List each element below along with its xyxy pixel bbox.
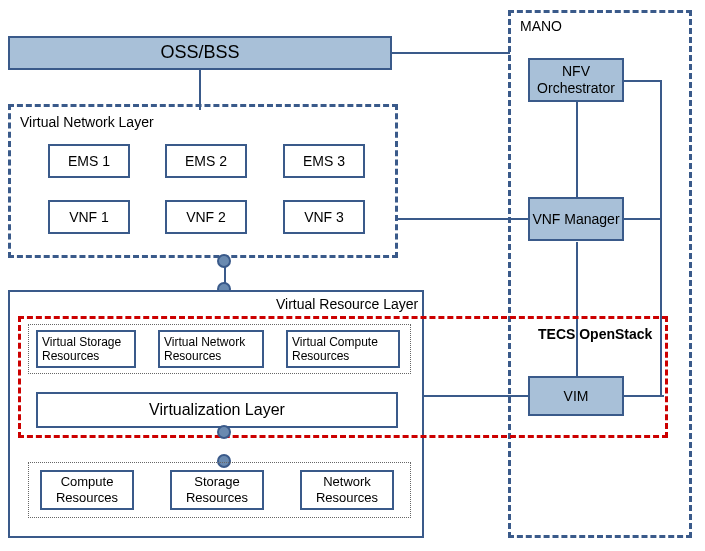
virt-storage-res-label: Virtual Storage Resources: [42, 335, 134, 364]
connector-circle: [217, 254, 231, 268]
mano-label: MANO: [520, 18, 562, 34]
ems-3: EMS 3: [283, 144, 365, 178]
network-res-label: Network Resources: [302, 474, 392, 505]
virt-storage-res: Virtual Storage Resources: [36, 330, 136, 368]
compute-res-label: Compute Resources: [42, 474, 132, 505]
virt-network-res-label: Virtual Network Resources: [164, 335, 262, 364]
ems-2-label: EMS 2: [185, 153, 227, 170]
vrl-label: Virtual Resource Layer: [276, 296, 418, 312]
vnf-3-label: VNF 3: [304, 209, 344, 226]
storage-res-label: Storage Resources: [172, 474, 262, 505]
vim: VIM: [528, 376, 624, 416]
oss-bss-label: OSS/BSS: [160, 42, 239, 64]
storage-res: Storage Resources: [170, 470, 264, 510]
ems-3-label: EMS 3: [303, 153, 345, 170]
network-res: Network Resources: [300, 470, 394, 510]
nfv-orchestrator: NFV Orchestrator: [528, 58, 624, 102]
vnf-3: VNF 3: [283, 200, 365, 234]
vim-label: VIM: [564, 388, 589, 405]
tecs-label: TECS OpenStack: [538, 326, 652, 342]
nfv-orchestrator-label: NFV Orchestrator: [530, 63, 622, 97]
vnf-2: VNF 2: [165, 200, 247, 234]
vnf-manager: VNF Manager: [528, 197, 624, 241]
compute-res: Compute Resources: [40, 470, 134, 510]
ems-1: EMS 1: [48, 144, 130, 178]
connector-circle: [217, 425, 231, 439]
vnf-1: VNF 1: [48, 200, 130, 234]
ems-2: EMS 2: [165, 144, 247, 178]
virtualization-layer-label: Virtualization Layer: [149, 400, 285, 419]
vnl-label: Virtual Network Layer: [20, 114, 154, 130]
vnf-1-label: VNF 1: [69, 209, 109, 226]
virtualization-layer: Virtualization Layer: [36, 392, 398, 428]
line-oss-mano: [392, 52, 510, 54]
vnf-manager-label: VNF Manager: [532, 211, 619, 228]
virt-compute-res: Virtual Compute Resources: [286, 330, 400, 368]
ems-1-label: EMS 1: [68, 153, 110, 170]
virt-compute-res-label: Virtual Compute Resources: [292, 335, 398, 364]
oss-bss-box: OSS/BSS: [8, 36, 392, 70]
virt-network-res: Virtual Network Resources: [158, 330, 264, 368]
vnf-2-label: VNF 2: [186, 209, 226, 226]
